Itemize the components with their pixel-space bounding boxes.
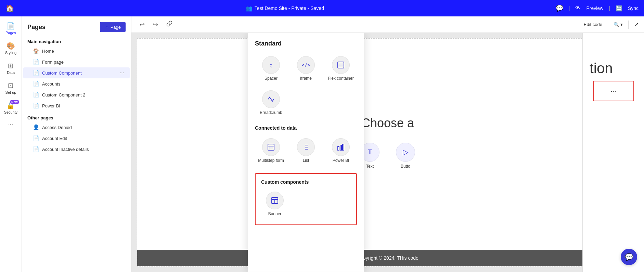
sidebar-item-setup[interactable]: ⊡ Set up xyxy=(1,79,21,97)
button-component[interactable]: ▷ Butto xyxy=(392,139,419,173)
page-item-custom2[interactable]: 📄 Custom Component 2 xyxy=(23,89,130,100)
choose-text-content: Choose a xyxy=(361,116,414,130)
footer-text: Copyright © 2024. THis code xyxy=(357,255,418,261)
chevron-down-icon: ▾ xyxy=(620,22,623,27)
top-bar: 🏠 👥 Test Demo Site - Private - Saved 💬 |… xyxy=(0,0,644,16)
svg-rect-11 xyxy=(338,146,339,150)
page-item-home[interactable]: 🏠 Home xyxy=(23,46,130,56)
sidebar-item-data[interactable]: ⊞ Data xyxy=(1,59,21,77)
connected-section-title: Connected to data xyxy=(255,125,357,131)
access-denied-label: Access Denied xyxy=(42,125,72,130)
page-item-account-inactive[interactable]: 📄 Account Inactive details xyxy=(23,144,130,155)
separator2 xyxy=(608,21,608,29)
popup-flex[interactable]: Flex container xyxy=(325,53,357,84)
home-icon[interactable]: 🏠 xyxy=(5,4,14,12)
comment-icon[interactable]: 💬 xyxy=(556,4,563,12)
dots-label: ··· xyxy=(610,87,616,95)
svg-rect-2 xyxy=(268,144,274,150)
list-label: List xyxy=(303,158,309,163)
pages-header: Pages ＋ Page xyxy=(22,16,131,36)
eye-icon: 👁 xyxy=(575,5,581,11)
popup-breadcrumb[interactable]: Breadcrumb xyxy=(255,87,287,118)
zoom-icon: 🔍 xyxy=(614,22,619,27)
access-denied-icon: 👤 xyxy=(33,124,39,130)
popup-list[interactable]: List xyxy=(290,135,322,166)
setup-label: Set up xyxy=(5,90,16,94)
custom-page-label: Custom Component xyxy=(42,70,82,76)
powerbi-page-icon: 📄 xyxy=(33,103,39,109)
text-component-label: Text xyxy=(366,164,374,169)
breadcrumb-label: Breadcrumb xyxy=(260,110,282,115)
sidebar-item-security[interactable]: New 🔒 Security xyxy=(1,99,21,117)
sync-page-icon: 🔄 xyxy=(616,5,622,12)
popup-powerbi[interactable]: Power BI xyxy=(325,135,357,166)
standard-items-grid: ↕ Spacer </> Iframe xyxy=(255,53,357,118)
popup-multistep[interactable]: Multistep form xyxy=(255,135,287,166)
spacer-icon: ↕ xyxy=(262,56,280,74)
page-item-accounts[interactable]: 📄 Accounts xyxy=(23,78,130,89)
canvas-footer: Copyright © 2024. THis code xyxy=(137,250,638,266)
flex-label: Flex container xyxy=(328,76,353,81)
text-icon-symbol: T xyxy=(368,148,372,156)
security-label: Security xyxy=(4,110,18,114)
dots-block[interactable]: ··· xyxy=(593,81,634,101)
accounts-page-icon: 📄 xyxy=(33,81,39,87)
plus-icon: ＋ xyxy=(105,24,109,30)
pages-title: Pages xyxy=(27,24,46,31)
pages-label: Pages xyxy=(5,31,16,35)
undo-button[interactable]: ↩ xyxy=(137,20,147,30)
expand-button[interactable]: ⤢ xyxy=(634,21,639,28)
editor-toolbar: ↩ ↪ Edit code 🔍 ▾ ⤢ xyxy=(131,16,644,33)
iframe-icon-symbol: </> xyxy=(301,62,310,68)
site-info-text: Test Demo Site - Private - Saved xyxy=(255,5,324,11)
site-info: 👥 Test Demo Site - Private - Saved xyxy=(14,5,556,12)
home-page-label: Home xyxy=(42,49,54,54)
banner-label: Banner xyxy=(268,211,282,216)
chatbot-button[interactable]: 💬 xyxy=(621,249,637,265)
button-icon-symbol: ▷ xyxy=(403,148,409,157)
sidebar-item-styling[interactable]: 🎨 Styling xyxy=(1,39,21,57)
svg-rect-13 xyxy=(343,144,344,150)
page-item-account-edit[interactable]: 📄 Account Edit xyxy=(23,133,130,144)
custom-page-icon: 📄 xyxy=(33,70,39,76)
component-popup: Standard ↕ Spacer </> Iframe xyxy=(248,33,364,272)
popup-banner[interactable]: Banner xyxy=(261,189,288,219)
connected-items-grid: Multistep form List Power xyxy=(255,135,357,166)
popup-spacer[interactable]: ↕ Spacer xyxy=(255,53,287,84)
site-users-icon: 👥 xyxy=(246,5,253,12)
add-page-button[interactable]: ＋ Page xyxy=(100,22,126,32)
sidebar-item-pages[interactable]: 📄 Pages xyxy=(1,19,21,38)
page-item-custom[interactable]: 📄 Custom Component ··· xyxy=(23,67,130,78)
button-component-label: Butto xyxy=(401,164,410,169)
account-inactive-icon: 📄 xyxy=(33,146,39,152)
list-icon xyxy=(297,138,315,156)
popup-iframe[interactable]: </> Iframe xyxy=(290,53,322,84)
page-item-access-denied[interactable]: 👤 Access Denied xyxy=(23,122,130,133)
spacer-icon-symbol: ↕ xyxy=(269,61,273,69)
page-item-form[interactable]: 📄 Form page xyxy=(23,56,130,67)
canvas-main: Choose a T Text ▷ xyxy=(137,38,639,267)
other-pages-label: Other pages xyxy=(22,111,131,122)
custom-components-title: Custom components xyxy=(261,179,351,185)
form-page-icon: 📄 xyxy=(33,59,39,65)
link-button[interactable] xyxy=(164,19,175,30)
custom-page-dots[interactable]: ··· xyxy=(120,70,124,76)
zoom-control[interactable]: 🔍 ▾ xyxy=(614,22,623,27)
home-page-icon: 🏠 xyxy=(33,48,39,54)
redo-button[interactable]: ↪ xyxy=(150,20,161,30)
top-bar-right: 💬 | 👁 Preview | 🔄 Sync xyxy=(556,4,639,12)
account-inactive-label: Account Inactive details xyxy=(42,147,89,152)
edit-code-button[interactable]: Edit code xyxy=(584,22,602,27)
page-item-powerbi[interactable]: 📄 Power BI xyxy=(23,100,130,111)
accounts-page-label: Accounts xyxy=(42,81,60,87)
add-page-label: Page xyxy=(111,25,121,30)
chatbot-icon: 💬 xyxy=(625,253,633,261)
sync-label[interactable]: Sync xyxy=(628,5,639,11)
account-edit-label: Account Edit xyxy=(42,136,67,141)
breadcrumb-icon xyxy=(262,90,280,108)
powerbi-icon xyxy=(332,138,350,156)
flex-icon xyxy=(332,56,350,74)
sidebar-item-more[interactable]: ··· xyxy=(1,118,21,129)
preview-label[interactable]: Preview xyxy=(586,5,603,11)
multistep-icon xyxy=(262,138,280,156)
